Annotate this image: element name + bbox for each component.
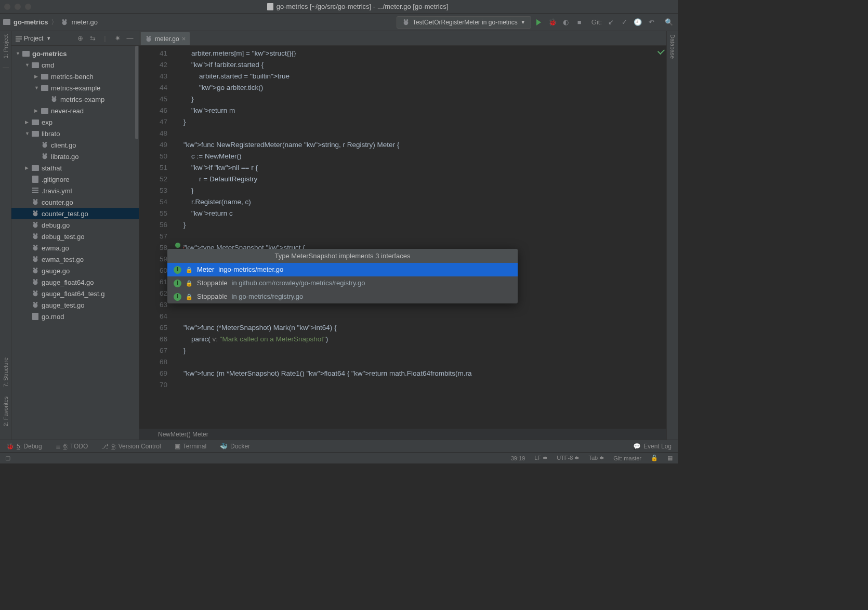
- tree-row[interactable]: counter.go: [11, 196, 139, 208]
- svg-rect-6: [16, 36, 22, 37]
- tree-arrow-icon[interactable]: ▶: [34, 74, 41, 79]
- tree-row[interactable]: ▼metrics-example: [11, 82, 139, 94]
- memory-icon[interactable]: ▦: [667, 455, 673, 461]
- breadcrumb-file: meter.go: [71, 18, 98, 26]
- tree-row[interactable]: librato.go: [11, 151, 139, 162]
- tree-row[interactable]: go.mod: [11, 311, 139, 322]
- popup-item[interactable]: I🔒Stoppable in go-metrics/registry.go: [167, 290, 518, 303]
- svg-point-27: [33, 235, 38, 240]
- run-configuration-selector[interactable]: TestGetOrRegisterMeter in go-metrics ▼: [397, 16, 531, 29]
- tree-row[interactable]: counter_test.go: [11, 208, 139, 219]
- line-number-gutter[interactable]: 41 42 43 44 45 46 47 48 49 50 51 52 53 5…: [139, 46, 176, 429]
- project-tool-tab[interactable]: 1: Project: [3, 34, 9, 58]
- locate-file-button[interactable]: ⊕: [75, 34, 85, 43]
- docker-tool-tab[interactable]: 🐳Docker: [220, 443, 250, 450]
- code-text[interactable]: arbiter.meters[m] = "kw">struct{}{} "kw"…: [176, 46, 666, 429]
- popup-item[interactable]: I🔒Stoppable in github.com/rcrowley/go-me…: [167, 276, 518, 290]
- coverage-button[interactable]: ◐: [560, 17, 572, 28]
- tree-row[interactable]: gauge.go: [11, 265, 139, 276]
- tab-close-icon[interactable]: ×: [182, 35, 186, 43]
- editor-breadcrumb[interactable]: NewMeter() Meter: [139, 429, 666, 440]
- folder-icon: [22, 51, 30, 57]
- todo-tool-tab[interactable]: ≣6: TODO: [56, 443, 88, 450]
- svg-point-34: [33, 256, 35, 258]
- tree-row[interactable]: ▼go-metrics: [11, 48, 139, 59]
- terminal-tool-tab[interactable]: ▣Terminal: [175, 443, 206, 450]
- git-branch[interactable]: Git: master: [613, 455, 641, 461]
- editor-tab-meter[interactable]: meter.go ×: [140, 32, 190, 45]
- vcs-tool-tab[interactable]: ⎇9: Version Control: [101, 443, 161, 450]
- tree-arrow-icon[interactable]: ▼: [25, 62, 31, 68]
- tree-row[interactable]: ▼cmd: [11, 59, 139, 71]
- tree-row[interactable]: ▶stathat: [11, 162, 139, 174]
- implements-gutter-icon[interactable]: [175, 242, 181, 248]
- lock-icon[interactable]: 🔓: [651, 455, 658, 461]
- tree-scrollbar[interactable]: [135, 46, 138, 139]
- tree-row[interactable]: gauge_float64.go: [11, 276, 139, 288]
- tree-row[interactable]: gauge_float64_test.g: [11, 288, 139, 299]
- svg-point-24: [33, 223, 38, 228]
- svg-point-33: [33, 258, 38, 262]
- play-icon: [536, 19, 541, 25]
- settings-button[interactable]: ✷: [113, 34, 122, 43]
- project-panel-title[interactable]: Project▼: [16, 35, 72, 42]
- debug-tool-tab[interactable]: 🐞5: Debug: [6, 443, 42, 450]
- breadcrumb[interactable]: go-metrics 〉 meter.go: [3, 18, 98, 27]
- expand-button[interactable]: ⇆: [88, 34, 97, 43]
- structure-tool-tab[interactable]: 7: Structure: [3, 357, 9, 387]
- run-button[interactable]: [533, 17, 545, 28]
- svg-point-26: [36, 222, 38, 224]
- svg-point-32: [36, 245, 38, 247]
- tree-row[interactable]: debug.go: [11, 219, 139, 231]
- tree-arrow-icon[interactable]: ▶: [34, 108, 41, 113]
- window-close-dot[interactable]: [4, 4, 10, 10]
- tree-row[interactable]: ▼librato: [11, 128, 139, 139]
- terminal-icon: ▣: [175, 443, 180, 450]
- svg-point-35: [36, 256, 38, 258]
- tree-arrow-icon[interactable]: ▼: [34, 85, 41, 90]
- window-max-dot[interactable]: [25, 4, 31, 10]
- git-update-button[interactable]: ↙: [605, 17, 616, 28]
- tree-row[interactable]: ▶exp: [11, 116, 139, 128]
- tree-row[interactable]: .gitignore: [11, 174, 139, 185]
- indent[interactable]: Tab ≑: [588, 455, 604, 461]
- stop-button[interactable]: ■: [574, 17, 585, 28]
- search-everywhere-button[interactable]: 🔍: [663, 17, 675, 28]
- popup-item[interactable]: I🔒Meter ingo-metrics/meter.go: [167, 263, 518, 276]
- chevron-right-icon: 〉: [51, 18, 58, 27]
- tree-arrow-icon[interactable]: ▶: [25, 165, 31, 170]
- project-tree[interactable]: ▼go-metrics▼cmd▶metrics-bench▼metrics-ex…: [11, 46, 139, 440]
- line-ending[interactable]: LF ≑: [534, 455, 547, 461]
- database-tool-tab[interactable]: Database: [669, 34, 676, 59]
- svg-point-48: [147, 37, 151, 42]
- tree-row[interactable]: ewma.go: [11, 242, 139, 254]
- debug-button[interactable]: 🐞: [547, 17, 558, 28]
- code-area[interactable]: 41 42 43 44 45 46 47 48 49 50 51 52 53 5…: [139, 46, 666, 429]
- left-tool-gutter: 1: Project 7: Structure 2: Favorites: [0, 31, 11, 440]
- cursor-position[interactable]: 39:19: [511, 455, 525, 461]
- tree-row[interactable]: metrics-examp: [11, 94, 139, 105]
- window-min-dot[interactable]: [15, 4, 21, 10]
- git-history-button[interactable]: 🕘: [632, 17, 643, 28]
- encoding[interactable]: UTF-8 ≑: [557, 455, 579, 461]
- git-commit-button[interactable]: ✓: [619, 17, 630, 28]
- tree-row[interactable]: debug_test.go: [11, 231, 139, 242]
- tree-row[interactable]: .travis.yml: [11, 185, 139, 196]
- tree-arrow-icon[interactable]: ▼: [25, 131, 31, 136]
- svg-point-38: [36, 268, 38, 270]
- tree-row[interactable]: client.go: [11, 139, 139, 151]
- tree-row[interactable]: ewma_test.go: [11, 254, 139, 265]
- interfaces-popup: Type MeterSnapshot implements 3 interfac…: [167, 249, 518, 303]
- tree-row[interactable]: ▶never-read: [11, 105, 139, 116]
- tree-row[interactable]: ▶metrics-bench: [11, 71, 139, 82]
- windows-icon[interactable]: ▢: [5, 455, 10, 461]
- git-revert-button[interactable]: ↶: [646, 17, 657, 28]
- list-icon: ≣: [56, 443, 61, 450]
- tree-row[interactable]: gauge_test.go: [11, 299, 139, 311]
- tree-arrow-icon[interactable]: ▶: [25, 120, 31, 125]
- tree-arrow-icon[interactable]: ▼: [16, 51, 22, 56]
- text-icon: [31, 313, 40, 320]
- hide-panel-button[interactable]: —: [125, 34, 135, 43]
- favorites-tool-tab[interactable]: 2: Favorites: [3, 396, 9, 426]
- event-log-tab[interactable]: 💬Event Log: [633, 443, 672, 450]
